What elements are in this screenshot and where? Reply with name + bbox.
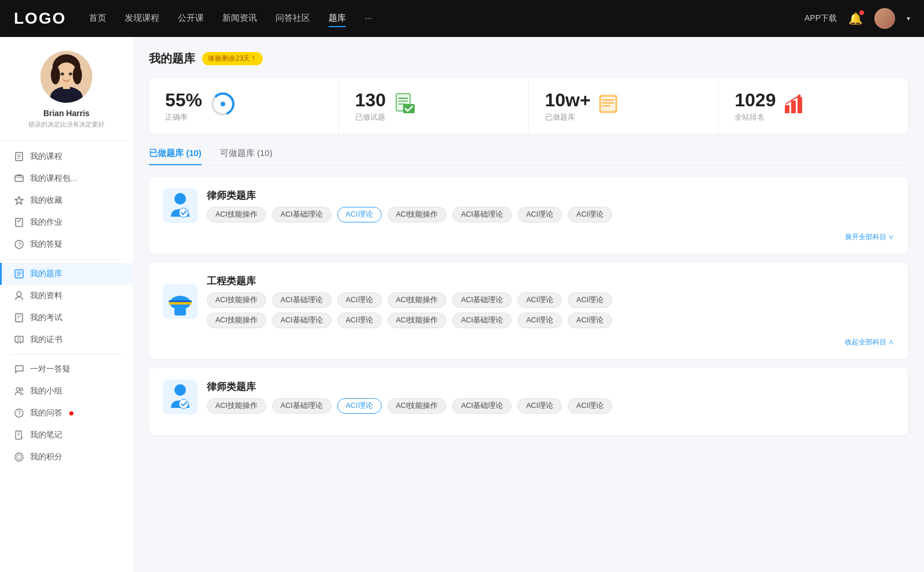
svg-rect-15 xyxy=(17,174,21,176)
svg-text:?: ? xyxy=(18,242,21,248)
nav-link-qbank[interactable]: 题库 xyxy=(329,10,346,27)
svg-point-64 xyxy=(174,384,186,396)
sidebar-item-qbank[interactable]: 我的题库 xyxy=(0,263,133,285)
svg-rect-55 xyxy=(791,101,796,113)
qbank-tag[interactable]: ACI技能操作 xyxy=(207,292,266,308)
qbank-tag[interactable]: ACI技能操作 xyxy=(207,207,266,222)
qbank-tag-active[interactable]: ACI理论 xyxy=(337,207,382,222)
qbank-tag[interactable]: ACI理论 xyxy=(568,207,612,222)
qbank-tag[interactable]: ACI理论 xyxy=(517,313,562,328)
sidebar-item-certificate[interactable]: 我的证书 xyxy=(0,329,133,351)
qbank-tag[interactable]: ACI基础理论 xyxy=(452,313,512,328)
svg-point-4 xyxy=(73,66,82,84)
sidebar-item-exam[interactable]: 我的考试 xyxy=(0,307,133,329)
svg-rect-6 xyxy=(63,82,70,89)
qbank-tag[interactable]: ACI理论 xyxy=(517,398,562,414)
group-icon xyxy=(14,386,24,396)
profile-icon xyxy=(14,291,24,301)
stat-ranking-label: 全站排名 xyxy=(735,112,776,122)
course-icon xyxy=(14,151,24,162)
sidebar-item-label: 我的笔记 xyxy=(30,430,62,440)
sidebar-item-myqa[interactable]: ? 我的问答 xyxy=(0,402,133,424)
sidebar-item-label: 我的考试 xyxy=(30,313,62,323)
qbank-tag[interactable]: ACI理论 xyxy=(517,292,562,308)
sidebar-item-mycourse[interactable]: 我的课程 xyxy=(0,146,133,168)
qbank-tag[interactable]: ACI理论 xyxy=(568,292,612,308)
sidebar-item-label: 我的题库 xyxy=(30,269,62,279)
qbank-tag[interactable]: ACI理论 xyxy=(517,207,562,222)
nav-link-news[interactable]: 新闻资讯 xyxy=(222,10,257,27)
nav-app-download[interactable]: APP下载 xyxy=(804,13,837,24)
nav-avatar-image xyxy=(874,8,895,29)
svg-point-43 xyxy=(221,102,225,106)
sidebar-item-points[interactable]: 我的积分 xyxy=(0,446,133,468)
sidebar-item-label: 我的资料 xyxy=(30,291,62,301)
nav-bell-icon[interactable]: 🔔 xyxy=(848,12,863,25)
qbank-tag[interactable]: ACI理论 xyxy=(337,292,382,308)
qbank-tag[interactable]: ACI基础理论 xyxy=(452,292,512,308)
qbank-tag[interactable]: ACI基础理论 xyxy=(452,207,512,222)
notification-dot xyxy=(69,411,73,415)
qbank-tag[interactable]: ACI基础理论 xyxy=(452,398,512,414)
nav-avatar[interactable] xyxy=(874,8,895,29)
nav-link-opencourse[interactable]: 公开课 xyxy=(178,10,204,27)
sidebar-item-profile[interactable]: 我的资料 xyxy=(0,285,133,307)
question-icon: ? xyxy=(14,239,24,250)
qbank-tag[interactable]: ACI技能操作 xyxy=(388,398,447,414)
qbank-tag[interactable]: ACI基础理论 xyxy=(272,398,331,414)
stat-done-banks-label: 已做题库 xyxy=(545,112,591,122)
qbank-section-3: 律师类题库 ACI技能操作 ACI基础理论 ACI理论 ACI技能操作 ACI基… xyxy=(149,368,908,435)
sidebar-item-homework[interactable]: 我的作业 xyxy=(0,211,133,233)
qbank-tags-2-row2: ACI技能操作 ACI基础理论 ACI理论 ACI技能操作 ACI基础理论 AC… xyxy=(207,313,612,328)
qbank-section-2: 工程类题库 ACI技能操作 ACI基础理论 ACI理论 ACI技能操作 ACI基… xyxy=(149,263,908,359)
collapse-button-2[interactable]: 收起全部科目 ∧ xyxy=(163,337,894,347)
sidebar-item-label: 我的证书 xyxy=(30,335,62,345)
qbank-tags-3: ACI技能操作 ACI基础理论 ACI理论 ACI技能操作 ACI基础理论 AC… xyxy=(207,398,612,414)
stat-done-banks-icon xyxy=(599,92,622,120)
stat-ranking-value: 1029 xyxy=(735,90,776,111)
sidebar-item-label: 我的作业 xyxy=(30,217,62,228)
nav-link-qa[interactable]: 问答社区 xyxy=(275,10,310,27)
profile-motto: 错误的决定比没有决定要好 xyxy=(12,120,121,129)
qbank-tag[interactable]: ACI理论 xyxy=(568,313,612,328)
tab-done-banks[interactable]: 已做题库 (10) xyxy=(149,148,202,165)
svg-rect-13 xyxy=(15,176,23,181)
qbank-tag[interactable]: ACI技能操作 xyxy=(388,207,447,222)
svg-point-8 xyxy=(69,73,72,76)
sidebar-item-label: 我的课程包... xyxy=(30,173,77,184)
qbank-name-1: 律师类题库 xyxy=(207,189,612,202)
sidebar-item-notes[interactable]: 我的笔记 xyxy=(0,424,133,446)
nav-right: APP下载 🔔 ▾ xyxy=(804,8,910,29)
sidebar-item-group[interactable]: 我的小组 xyxy=(0,380,133,402)
stat-accuracy-value: 55% xyxy=(165,90,202,111)
tab-available-banks[interactable]: 可做题库 (10) xyxy=(220,148,273,165)
qbank-tag[interactable]: ACI理论 xyxy=(337,313,382,328)
sidebar-item-coursepack[interactable]: 我的课程包... xyxy=(0,168,133,190)
expand-button-1[interactable]: 展开全部科目 ∨ xyxy=(163,232,894,242)
stat-accuracy-label: 正确率 xyxy=(165,112,202,122)
qbank-tags-2-row1: ACI技能操作 ACI基础理论 ACI理论 ACI技能操作 ACI基础理论 AC… xyxy=(207,292,612,308)
qbank-header-2: 工程类题库 ACI技能操作 ACI基础理论 ACI理论 ACI技能操作 ACI基… xyxy=(163,274,894,328)
qbank-tag[interactable]: ACI基础理论 xyxy=(272,292,331,308)
qbank-tag[interactable]: ACI技能操作 xyxy=(207,313,266,328)
nav-link-home[interactable]: 首页 xyxy=(89,10,106,27)
nav-link-more[interactable]: ··· xyxy=(364,10,372,27)
stat-done-q-label: 已做试题 xyxy=(355,112,386,122)
qbank-tag[interactable]: ACI技能操作 xyxy=(388,292,447,308)
nav-link-discover[interactable]: 发现课程 xyxy=(125,10,159,27)
points-icon xyxy=(14,452,24,462)
nav-dropdown-arrow[interactable]: ▾ xyxy=(907,14,910,23)
qbank-tag[interactable]: ACI技能操作 xyxy=(388,313,447,328)
qbank-tag[interactable]: ACI技能操作 xyxy=(207,398,266,414)
sidebar-item-favorites[interactable]: 我的收藏 xyxy=(0,190,133,211)
svg-point-65 xyxy=(179,399,188,408)
qbank-tag[interactable]: ACI基础理论 xyxy=(272,313,331,328)
sidebar-item-label: 我的收藏 xyxy=(30,195,62,206)
svg-point-58 xyxy=(174,193,186,205)
qbank-tag-active[interactable]: ACI理论 xyxy=(337,398,382,414)
qbank-tag[interactable]: ACI基础理论 xyxy=(272,207,331,222)
sidebar-item-questions[interactable]: ? 我的答疑 xyxy=(0,233,133,255)
qbank-tag[interactable]: ACI理论 xyxy=(568,398,612,414)
cert-icon xyxy=(14,335,24,345)
sidebar-item-1on1[interactable]: 一对一答疑 xyxy=(0,358,133,380)
